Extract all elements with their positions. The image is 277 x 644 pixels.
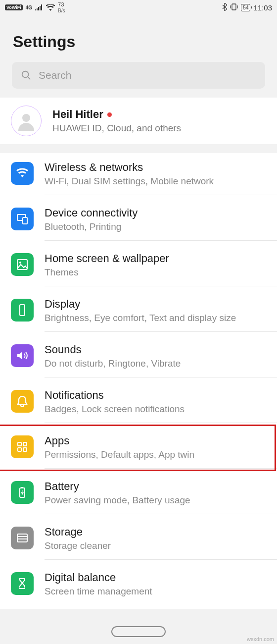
devices-icon xyxy=(11,208,34,230)
network-speed: 73 B/s xyxy=(58,1,65,13)
settings-item-battery[interactable]: BatteryPower saving mode, Battery usage xyxy=(0,472,277,518)
settings-item-hourglass[interactable]: Digital balanceScreen time management xyxy=(0,563,277,609)
avatar xyxy=(11,106,42,136)
item-title: Device connectivity xyxy=(45,207,269,219)
item-body: Device connectivityBluetooth, Printing xyxy=(45,207,277,241)
svg-rect-4 xyxy=(23,217,27,224)
item-subtitle: Bluetooth, Printing xyxy=(45,221,269,232)
cell-signal-icon xyxy=(35,4,43,10)
nav-pill[interactable] xyxy=(111,626,166,637)
battery-icon xyxy=(11,481,34,504)
vowifi-badge: VoWiFi xyxy=(5,4,23,10)
item-body: AppsPermissions, Default apps, App twin xyxy=(45,434,277,469)
item-subtitle: Permissions, Default apps, App twin xyxy=(45,449,269,460)
settings-item-display[interactable]: DisplayBrightness, Eye comfort, Text and… xyxy=(0,290,277,335)
page-title: Settings xyxy=(0,15,277,62)
item-subtitle: Storage cleaner xyxy=(45,540,269,551)
svg-rect-5 xyxy=(17,260,27,269)
item-subtitle: Power saving mode, Battery usage xyxy=(45,495,269,506)
item-subtitle: Do not disturb, Ringtone, Vibrate xyxy=(45,358,269,369)
item-body: Home screen & wallpaperThemes xyxy=(45,252,277,286)
item-subtitle: Badges, Lock screen notifications xyxy=(45,404,269,415)
item-title: Battery xyxy=(45,480,269,493)
item-title: Sounds xyxy=(45,343,269,356)
settings-item-image[interactable]: Home screen & wallpaperThemes xyxy=(0,244,277,290)
account-row[interactable]: Heil Hitler HUAWEI ID, Cloud, and others xyxy=(0,98,277,144)
clock: 11:03 xyxy=(253,3,272,12)
settings-item-bell[interactable]: NotificationsBadges, Lock screen notific… xyxy=(0,381,277,427)
display-icon xyxy=(11,299,34,322)
search-icon xyxy=(21,70,32,81)
hourglass-icon xyxy=(11,572,34,595)
svg-point-1 xyxy=(22,71,29,78)
notification-dot-icon xyxy=(107,112,112,117)
bell-icon xyxy=(11,390,34,413)
item-body: SoundsDo not disturb, Ringtone, Vibrate xyxy=(45,343,277,377)
watermark: wsxdn.com xyxy=(247,636,274,642)
settings-list: Wireless & networksWi-Fi, Dual SIM setti… xyxy=(0,153,277,609)
item-subtitle: Wi-Fi, Dual SIM settings, Mobile network xyxy=(45,176,269,187)
settings-item-sound[interactable]: SoundsDo not disturb, Ringtone, Vibrate xyxy=(0,335,277,381)
search-wrap: Search xyxy=(0,62,277,98)
settings-item-storage[interactable]: StorageStorage cleaner xyxy=(0,518,277,563)
svg-point-2 xyxy=(22,114,30,122)
svg-rect-8 xyxy=(18,442,21,446)
item-body: DisplayBrightness, Eye comfort, Text and… xyxy=(45,298,277,332)
item-title: Notifications xyxy=(45,389,269,402)
svg-point-6 xyxy=(19,262,21,264)
status-bar: VoWiFi 4G 73 B/s 54 11:03 xyxy=(0,0,277,15)
item-title: Wireless & networks xyxy=(45,161,269,174)
apps-icon xyxy=(11,435,34,458)
item-title: Apps xyxy=(45,434,269,447)
svg-rect-13 xyxy=(21,487,23,488)
svg-rect-7 xyxy=(20,305,25,316)
account-subtitle: HUAWEI ID, Cloud, and others xyxy=(52,123,181,134)
network-type-label: 4G xyxy=(26,5,32,10)
item-title: Digital balance xyxy=(45,571,269,584)
account-name-row: Heil Hitler xyxy=(52,108,181,121)
vibrate-icon xyxy=(230,3,238,12)
battery-indicator: 54 xyxy=(241,4,250,11)
status-right: 54 11:03 xyxy=(222,3,272,12)
sound-icon xyxy=(11,344,34,367)
item-body: NotificationsBadges, Lock screen notific… xyxy=(45,389,277,423)
item-body: Digital balanceScreen time management xyxy=(45,571,277,605)
svg-rect-0 xyxy=(232,4,236,10)
item-subtitle: Screen time management xyxy=(45,586,269,597)
section-gap xyxy=(0,144,277,153)
svg-rect-14 xyxy=(17,534,27,542)
storage-icon xyxy=(11,527,34,549)
settings-item-apps[interactable]: AppsPermissions, Default apps, App twin xyxy=(0,427,277,472)
wifi-icon xyxy=(11,162,34,185)
account-text: Heil Hitler HUAWEI ID, Cloud, and others xyxy=(52,108,181,134)
wifi-icon xyxy=(46,4,55,11)
item-body: Wireless & networksWi-Fi, Dual SIM setti… xyxy=(45,161,277,195)
item-title: Storage xyxy=(45,526,269,538)
bluetooth-icon xyxy=(222,3,227,12)
settings-item-devices[interactable]: Device connectivityBluetooth, Printing xyxy=(0,199,277,244)
account-name: Heil Hitler xyxy=(52,108,103,121)
item-title: Home screen & wallpaper xyxy=(45,252,269,265)
settings-item-wifi[interactable]: Wireless & networksWi-Fi, Dual SIM setti… xyxy=(0,153,277,199)
item-body: BatteryPower saving mode, Battery usage xyxy=(45,480,277,514)
item-subtitle: Brightness, Eye comfort, Text and displa… xyxy=(45,313,269,323)
search-placeholder: Search xyxy=(39,69,72,81)
svg-rect-9 xyxy=(23,442,27,446)
image-icon xyxy=(11,253,34,276)
svg-rect-10 xyxy=(18,448,21,451)
item-title: Display xyxy=(45,298,269,311)
item-body: StorageStorage cleaner xyxy=(45,526,277,560)
search-input[interactable]: Search xyxy=(12,62,265,89)
svg-rect-11 xyxy=(23,448,27,451)
item-subtitle: Themes xyxy=(45,267,269,278)
status-left: VoWiFi 4G 73 B/s xyxy=(5,1,65,13)
